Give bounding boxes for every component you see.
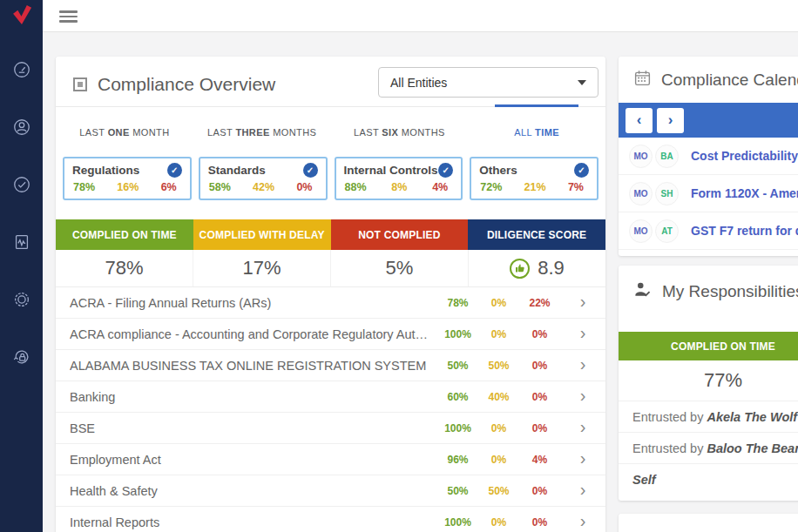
sidebar-item-certificates[interactable] — [0, 273, 43, 330]
my-responsibilities-card: My Responsibilities COMPLIED ON TIME 77%… — [619, 266, 798, 501]
category-on-time-pct: 72% — [480, 181, 502, 193]
thumbs-up-icon — [510, 259, 530, 279]
compliance-category-row[interactable]: Internal Reports 100% 0% 0% › — [56, 507, 605, 532]
category-with-delay-pct: 16% — [117, 181, 139, 193]
row-with-delay-pct: 0% — [478, 454, 519, 466]
category-not-complied-pct: 0% — [296, 181, 312, 193]
calendar-item[interactable]: MO BA Cost Predictability — [619, 138, 798, 175]
entity-badge: AT — [655, 219, 679, 243]
calendar-prev-button[interactable]: ‹ — [626, 108, 653, 133]
category-check-toggle[interactable]: ✓ — [167, 163, 182, 178]
chevron-right-icon[interactable]: › — [560, 387, 605, 407]
chevron-right-icon[interactable]: › — [560, 449, 605, 469]
category-check-toggle[interactable]: ✓ — [438, 163, 453, 178]
row-name: Banking — [70, 390, 437, 404]
category-check-toggle[interactable]: ✓ — [303, 163, 318, 178]
row-not-complied-pct: 0% — [519, 422, 560, 434]
responsibility-item[interactable]: Self — [619, 463, 798, 495]
badge-seal-icon — [12, 290, 31, 313]
category-name: Others — [479, 164, 517, 177]
category-not-complied-pct: 7% — [568, 181, 584, 193]
category-check-toggle[interactable]: ✓ — [574, 163, 589, 178]
calendar-item-title: Cost Predictability — [691, 149, 798, 163]
chevron-right-icon[interactable]: › — [560, 481, 605, 501]
calendar-item[interactable]: MO SH Form 1120X - Amende — [619, 175, 798, 212]
category-on-time-pct: 58% — [209, 181, 231, 193]
audit-lock-icon — [12, 347, 31, 370]
responsibility-item[interactable]: Entrusted by Akela The Wolf — [619, 401, 798, 432]
compliance-category-row[interactable]: Banking 60% 40% 0% › — [56, 381, 605, 413]
page-title: Compliance Overview — [98, 74, 275, 95]
compliance-category-row[interactable]: BSE 100% 0% 0% › — [56, 413, 605, 444]
tab-last-one-month[interactable]: LAST ONE MONTH — [56, 107, 193, 157]
sidebar-item-users[interactable] — [0, 100, 43, 158]
hamburger-menu-icon[interactable] — [59, 10, 78, 25]
brand-logo[interactable] — [0, 0, 43, 32]
responsibilities-title: My Responsibilities — [662, 282, 798, 301]
row-with-delay-pct: 50% — [478, 360, 519, 372]
diligence-score-value: 8.9 — [538, 257, 565, 279]
chevron-right-icon[interactable]: › — [560, 324, 605, 344]
calendar-title: Compliance Calendar — [661, 71, 798, 90]
check-circle-icon — [12, 175, 31, 198]
sidebar — [0, 0, 43, 532]
entity-badge: BA — [655, 145, 679, 168]
row-with-delay-pct: 0% — [478, 516, 519, 529]
complied-on-time-value: 78% — [56, 250, 193, 286]
row-name: BSE — [70, 421, 437, 435]
calendar-next-button[interactable]: › — [657, 108, 684, 133]
compliance-calendar-card: Compliance Calendar ‹ › MO BA Cost Predi… — [619, 57, 798, 256]
row-not-complied-pct: 0% — [519, 516, 560, 529]
dashboard-gauge-icon — [12, 60, 31, 83]
row-on-time-pct: 50% — [437, 360, 478, 372]
row-on-time-pct: 96% — [437, 454, 478, 466]
overview-section-icon — [73, 77, 87, 91]
diligence-score-header: DILIGENCE SCORE — [468, 219, 605, 250]
sidebar-item-reports[interactable] — [0, 215, 43, 273]
calendar-item-title: GST F7 return for disc — [691, 224, 798, 238]
category-name: Internal Controls — [344, 164, 438, 177]
responsibilities-value: 77% — [619, 360, 798, 401]
tab-all-time[interactable]: ALL TIME — [468, 107, 605, 157]
category-name: Standards — [208, 164, 266, 177]
report-pulse-icon — [12, 232, 31, 255]
chevron-right-icon[interactable]: › — [560, 355, 605, 375]
frequency-badge: MO — [629, 145, 653, 168]
row-with-delay-pct: 40% — [478, 391, 519, 403]
summary-header-band: COMPLIED ON TIME COMPLIED WITH DELAY NOT… — [56, 219, 605, 250]
chevron-right-icon[interactable]: › — [560, 418, 605, 438]
responsibility-item[interactable]: Entrusted by Baloo The Bear — [619, 432, 798, 463]
row-with-delay-pct: 0% — [478, 422, 519, 434]
compliance-category-row[interactable]: ALABAMA BUSINESS TAX ONLINE REGISTRATION… — [56, 350, 605, 381]
compliance-category-row[interactable]: Employment Act 96% 0% 4% › — [56, 444, 605, 475]
calendar-item[interactable]: MO AT GST F7 return for disc — [619, 212, 798, 250]
category-stat-card: Regulations ✓ 78% 16% 6% — [63, 157, 192, 200]
row-on-time-pct: 50% — [437, 485, 478, 497]
entruster-name: Akela The Wolf — [707, 410, 797, 424]
chevron-right-icon[interactable]: › — [560, 512, 605, 532]
sidebar-item-audit[interactable] — [0, 330, 43, 387]
entruster-name: Self — [632, 473, 656, 487]
tab-last-six-months[interactable]: LAST SIX MONTHS — [331, 107, 469, 157]
sidebar-item-compliance[interactable] — [0, 158, 43, 215]
compliance-category-row[interactable]: Health & Safety 50% 50% 0% › — [56, 475, 605, 507]
tab-last-three-months[interactable]: LAST THREE MONTHS — [193, 107, 331, 157]
complied-with-delay-value: 17% — [193, 250, 331, 286]
sidebar-item-dashboard[interactable] — [0, 43, 43, 100]
row-not-complied-pct: 4% — [519, 454, 560, 466]
compliance-category-list: ACRA - Filing Annual Returns (ARs) 78% 0… — [56, 287, 605, 532]
topbar — [43, 0, 798, 32]
row-on-time-pct: 100% — [437, 328, 478, 340]
row-not-complied-pct: 0% — [519, 391, 560, 403]
row-name: Employment Act — [70, 453, 437, 467]
category-name: Regulations — [72, 164, 139, 177]
compliance-category-row[interactable]: ACRA compliance - Accounting and Corpora… — [56, 319, 605, 350]
row-on-time-pct: 100% — [437, 422, 478, 434]
calendar-item-badges: MO SH — [629, 182, 679, 205]
category-not-complied-pct: 6% — [161, 181, 177, 193]
entity-filter-dropdown[interactable]: All Entities — [378, 67, 598, 98]
row-not-complied-pct: 0% — [519, 328, 560, 340]
chevron-right-icon[interactable]: › — [560, 293, 605, 313]
compliance-category-row[interactable]: ACRA - Filing Annual Returns (ARs) 78% 0… — [56, 287, 605, 319]
row-name: ACRA - Filing Annual Returns (ARs) — [70, 296, 437, 310]
